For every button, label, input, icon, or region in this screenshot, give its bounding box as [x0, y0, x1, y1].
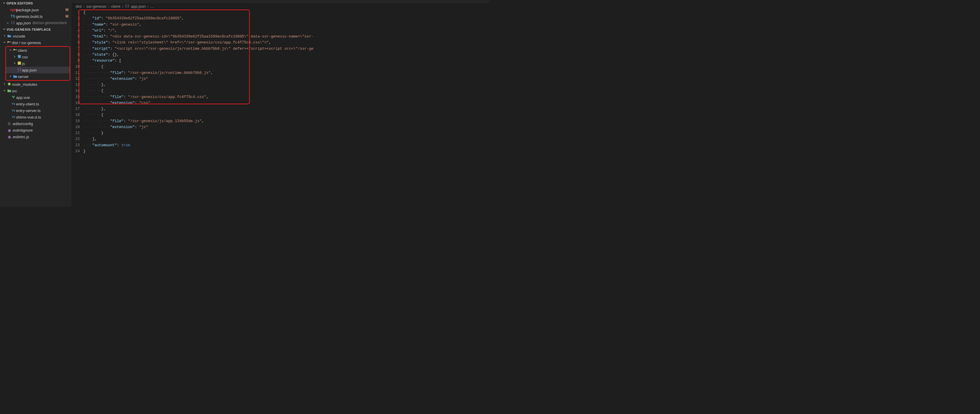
tree-row[interactable]: .vscode — [0, 33, 72, 39]
line-gutter: 123456789101112131415161718192021222324 — [72, 10, 83, 154]
tree-row[interactable]: TSentry-client.ts — [0, 101, 72, 107]
close-icon[interactable]: × — [5, 21, 10, 25]
open-editor-item[interactable]: npmpackage.jsonM — [0, 6, 72, 13]
nodejs-icon — [6, 82, 12, 87]
open-editor-item[interactable]: ×app.jsondist/ssr-genesis/client — [0, 20, 72, 26]
chevron-right-icon — [2, 34, 6, 38]
tree-label: app.json — [22, 68, 37, 72]
file-subpath: dist/ssr-genesis/client — [32, 21, 67, 25]
code-editor[interactable]: 123456789101112131415161718192021222324 … — [72, 10, 490, 154]
sidebar: OPEN EDITORS npmpackage.jsonMTSgenesis.b… — [0, 0, 72, 207]
editor-area: dist›ssr-genesis›client›app.json›... 123… — [72, 0, 490, 207]
code-content[interactable]: {····"id": "6b354339e62f25aa1569ec0cafc1… — [83, 10, 490, 154]
file-label: package.json — [16, 8, 39, 12]
css-icon — [17, 54, 22, 60]
file-label: app.json — [16, 21, 31, 25]
tree-row[interactable]: js — [6, 60, 70, 67]
file-label: genesis.build.ts — [16, 14, 43, 19]
tree-label: .vscode — [12, 34, 25, 38]
tabs-bar[interactable] — [72, 0, 490, 3]
tree-row[interactable]: ◉.eslintignore — [0, 127, 72, 134]
breadcrumb[interactable]: dist›ssr-genesis›client›app.json›... — [72, 3, 490, 10]
tree-label: .editorconfig — [12, 121, 33, 126]
tree-row[interactable]: TSshims-vue.d.ts — [0, 114, 72, 120]
typescript-icon: TS — [11, 102, 16, 105]
annotation-box-sidebar: clientcssjsapp.jsonserver — [5, 46, 70, 81]
tree-label: css — [22, 55, 28, 59]
tree-label: entry-server.ts — [16, 108, 40, 113]
tree-label: app.vue — [16, 95, 30, 100]
breadcrumb-segment[interactable]: client — [111, 4, 120, 9]
json-icon — [17, 68, 22, 73]
explorer-section: VUE-GENESIS-TEMPLACE .vscodedist / ssr-g… — [0, 26, 72, 140]
typescript-icon: TS — [11, 109, 16, 112]
vue-icon — [11, 95, 16, 100]
folder-icon — [13, 75, 18, 79]
src-folder-icon — [6, 89, 12, 93]
explorer-header[interactable]: VUE-GENESIS-TEMPLACE — [0, 26, 72, 33]
folder-open-icon — [6, 40, 12, 45]
tree-row[interactable]: client — [6, 47, 70, 54]
chevron-down-icon — [2, 40, 6, 45]
breadcrumb-segment[interactable]: ... — [151, 4, 154, 9]
tree-label: .eslintignore — [12, 128, 33, 132]
breadcrumb-segment[interactable]: ssr-genesis — [87, 4, 106, 9]
breadcrumb-separator-icon: › — [108, 4, 109, 9]
chevron-right-icon — [8, 75, 13, 79]
tree-row[interactable]: css — [6, 54, 70, 60]
eslint-icon: ◉ — [6, 135, 12, 139]
tree-label: .eslintrc.js — [12, 135, 29, 139]
modified-badge: M — [65, 14, 68, 19]
tree-label: entry-client.ts — [16, 102, 39, 106]
open-editors-section: OPEN EDITORS npmpackage.jsonMTSgenesis.b… — [0, 0, 72, 26]
chevron-right-icon — [2, 82, 6, 87]
npm-icon: npm — [10, 8, 16, 12]
breadcrumb-separator-icon: › — [83, 4, 84, 9]
open-editors-title: OPEN EDITORS — [6, 2, 33, 5]
typescript-icon: TS — [11, 116, 16, 119]
open-editor-item[interactable]: TSgenesis.build.tsM — [0, 13, 72, 20]
explorer-title: VUE-GENESIS-TEMPLACE — [6, 28, 51, 31]
eslint-icon: ◉ — [6, 128, 12, 132]
tree-row[interactable]: TSentry-server.ts — [0, 107, 72, 114]
tree-label: server — [18, 75, 29, 79]
chevron-down-icon — [2, 1, 6, 5]
folder-open-icon — [13, 48, 18, 53]
breadcrumb-segment[interactable]: dist — [76, 4, 81, 9]
breadcrumb-separator-icon: › — [147, 4, 148, 9]
tree-row[interactable]: src — [0, 88, 72, 94]
open-editors-header[interactable]: OPEN EDITORS — [0, 0, 72, 6]
tree-label: dist / ssr-genesis — [12, 40, 41, 45]
typescript-icon: TS — [10, 14, 16, 19]
tree-label: shims-vue.d.ts — [16, 115, 41, 119]
tree-row[interactable]: server — [6, 73, 70, 80]
config-icon: ⚙ — [6, 121, 12, 126]
modified-badge: M — [65, 8, 68, 12]
breadcrumb-separator-icon: › — [122, 4, 123, 9]
chevron-right-icon — [13, 55, 17, 59]
json-icon — [10, 21, 16, 25]
json-icon — [125, 4, 129, 9]
tree-label: js — [22, 61, 25, 66]
tree-row[interactable]: app.json — [6, 67, 70, 73]
breadcrumb-segment[interactable]: app.json — [131, 4, 146, 9]
tree-label: src — [12, 89, 17, 93]
svg-rect-0 — [18, 61, 21, 65]
folder-icon — [6, 34, 12, 38]
tree-label: client — [18, 48, 27, 53]
chevron-down-icon — [8, 48, 13, 53]
tree-row[interactable]: ⚙.editorconfig — [0, 120, 72, 127]
tree-row[interactable]: node_modules — [0, 81, 72, 88]
tree-row[interactable]: app.vue — [0, 94, 72, 101]
chevron-down-icon — [2, 89, 6, 93]
js-icon — [17, 61, 22, 66]
chevron-right-icon — [13, 61, 17, 66]
tree-row[interactable]: ◉.eslintrc.js — [0, 134, 72, 140]
tree-label: node_modules — [12, 82, 37, 87]
tree-row[interactable]: dist / ssr-genesis — [0, 39, 72, 46]
chevron-down-icon — [2, 27, 6, 32]
